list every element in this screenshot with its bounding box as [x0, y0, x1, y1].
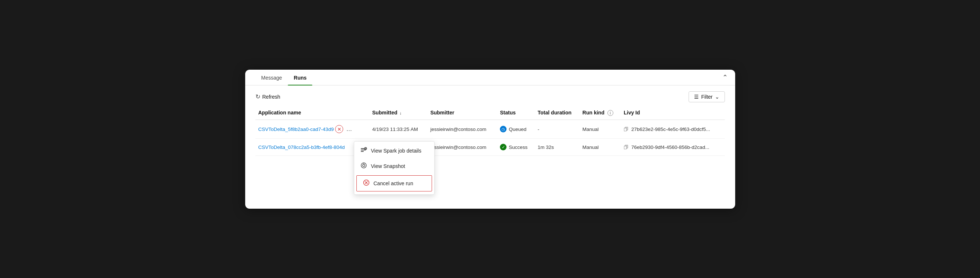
filter-label: Filter [701, 94, 713, 100]
cell-duration-1: - [535, 120, 579, 139]
col-header-submitter: Submitter [427, 106, 497, 120]
cell-run-kind-2: Manual [579, 139, 620, 156]
svg-point-7 [363, 164, 365, 167]
app-name-link-2[interactable]: CSVToDelta_078cc2a5-b3fb-4ef8-804d [258, 145, 345, 150]
col-header-submitted: Submitted ↓ [369, 106, 427, 120]
cell-livy-id-2: 🗍 76eb2930-9df4-4560-856b-d2cad... [620, 139, 725, 156]
copy-icon-2[interactable]: 🗍 [624, 145, 628, 150]
cell-status-1: ◷ Queued [497, 120, 535, 139]
filter-icon: ☰ [694, 94, 699, 100]
filter-button[interactable]: ☰ Filter ⌄ [689, 91, 725, 102]
success-status-icon: ✓ [500, 144, 506, 150]
toolbar: ↻ Refresh ☰ Filter ⌄ [245, 86, 735, 106]
menu-item-view-spark[interactable]: View Spark job details [354, 143, 434, 159]
cell-app-name-1: CSVToDelta_5f8b2aa0-cad7-43d9 ✕ … [255, 120, 370, 139]
cell-livy-id-1: 🗍 27b623e2-985c-4e5c-9f63-d0dcf5... [620, 120, 725, 139]
snapshot-icon [360, 162, 368, 170]
menu-item-cancel-run[interactable]: Cancel active run [356, 175, 432, 191]
col-header-run-kind: Run kind i [579, 106, 620, 120]
col-header-duration: Total duration [535, 106, 579, 120]
runs-table: Application name Submitted ↓ Submitter S… [255, 106, 725, 156]
table-row: CSVToDelta_078cc2a5-b3fb-4ef8-804d jessi… [255, 139, 725, 156]
col-header-status: Status [497, 106, 535, 120]
refresh-button[interactable]: ↻ Refresh [255, 93, 280, 100]
refresh-label: Refresh [262, 94, 280, 100]
tab-runs[interactable]: Runs [288, 70, 312, 85]
svg-rect-0 [361, 148, 364, 149]
context-menu: View Spark job details [354, 141, 434, 195]
menu-label-view-snapshot: View Snapshot [371, 163, 405, 169]
refresh-icon: ↻ [255, 93, 260, 100]
tab-message[interactable]: Message [255, 70, 288, 85]
svg-rect-2 [361, 151, 364, 152]
queued-status-icon: ◷ [500, 126, 506, 132]
cell-submitter-2: jessieirwin@contoso.com [427, 139, 497, 156]
spark-icon [360, 147, 368, 155]
cancel-icon [363, 180, 370, 187]
table-row: CSVToDelta_5f8b2aa0-cad7-43d9 ✕ … [255, 120, 725, 139]
copy-icon-1[interactable]: 🗍 [624, 127, 628, 132]
col-header-livy-id: Livy Id [620, 106, 725, 120]
sort-arrow-submitted: ↓ [399, 111, 401, 115]
table-container: Application name Submitted ↓ Submitter S… [245, 106, 735, 156]
menu-item-view-snapshot[interactable]: View Snapshot [354, 159, 434, 174]
col-header-app-name: Application name [255, 106, 370, 120]
menu-label-cancel-run: Cancel active run [374, 180, 413, 186]
close-icon-button-1[interactable]: ✕ [335, 125, 343, 133]
cell-duration-2: 1m 32s [535, 139, 579, 156]
tab-bar: Message Runs ⌃ [245, 70, 735, 86]
main-window: Message Runs ⌃ ↻ Refresh ☰ Filter ⌄ Appl… [245, 70, 735, 209]
cell-run-kind-1: Manual [579, 120, 620, 139]
cell-submitter-1: jessieirwin@contoso.com [427, 120, 497, 139]
cell-submitted-1: 4/19/23 11:33:25 AM [369, 120, 427, 139]
filter-chevron-icon: ⌄ [715, 94, 719, 100]
cell-status-2: ✓ Success [497, 139, 535, 156]
cell-app-name-2: CSVToDelta_078cc2a5-b3fb-4ef8-804d [255, 139, 370, 156]
run-kind-info-icon[interactable]: i [608, 110, 613, 116]
table-header-row: Application name Submitted ↓ Submitter S… [255, 106, 725, 120]
menu-label-view-spark: View Spark job details [371, 148, 422, 154]
more-options-button-1[interactable]: … [345, 125, 353, 133]
app-name-link-1[interactable]: CSVToDelta_5f8b2aa0-cad7-43d9 [258, 127, 334, 132]
collapse-button[interactable]: ⌃ [722, 73, 728, 81]
